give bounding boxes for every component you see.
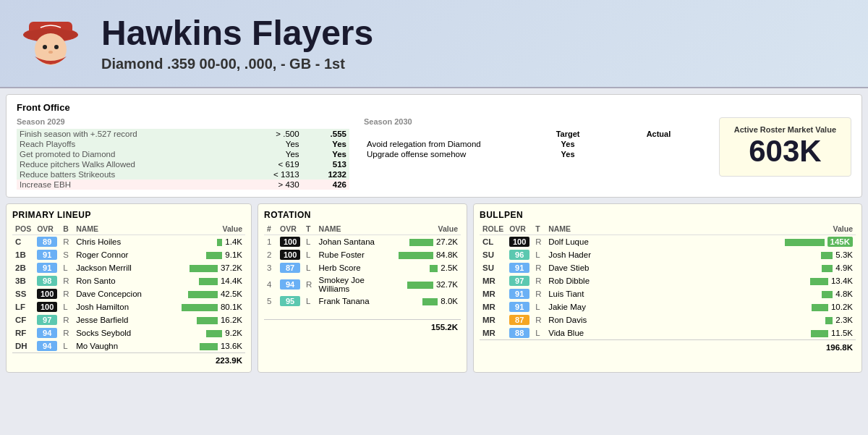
lineup-pos: RF xyxy=(12,326,34,339)
ovr-badge: 91 xyxy=(509,263,529,273)
value-bar xyxy=(822,265,833,272)
rotation-row: 5 95 L Frank Tanana 8.0K xyxy=(264,295,461,308)
team-info: Hawkins Flayers Diamond .359 00-00, .000… xyxy=(101,14,854,72)
rotation-row: 1 100 L Johan Santana 27.2K xyxy=(264,235,461,249)
rotation-row xyxy=(264,308,461,320)
lineup-name: Jesse Barfield xyxy=(73,313,167,326)
fo-goal-actual: Yes xyxy=(305,149,349,159)
lineup-b: R xyxy=(60,274,73,287)
value-bar xyxy=(197,317,218,324)
market-value-box: Active Roster Market Value 603K xyxy=(719,117,851,177)
rot-col-num: # xyxy=(264,223,277,235)
fo-goal-target: > .500 xyxy=(242,129,305,139)
value-bar xyxy=(785,239,825,246)
team-logo xyxy=(14,7,87,80)
rot-col-ovr: OVR xyxy=(277,223,303,235)
value-bar xyxy=(190,265,218,272)
rotation-title: ROTATION xyxy=(264,210,461,220)
ovr-badge: 98 xyxy=(37,276,57,286)
ovr-badge: 100 xyxy=(37,302,57,312)
value-bar xyxy=(409,239,433,246)
lineup-ovr: 94 xyxy=(34,326,60,339)
ovr-badge: 97 xyxy=(37,315,57,325)
lineup-b: L xyxy=(60,339,73,353)
lineup-name: Ron Santo xyxy=(73,274,167,287)
bp-name: Dave Stieb xyxy=(545,261,706,274)
lineup-b: L xyxy=(60,261,73,274)
value-bar xyxy=(206,330,222,337)
lineup-pos: CF xyxy=(12,313,34,326)
lineup-title: PRIMARY LINEUP xyxy=(12,210,245,220)
lineup-b: R xyxy=(60,287,73,300)
rot-ovr: 94 xyxy=(277,274,303,295)
fo-table-2030: Target Actual Avoid relegation from Diam… xyxy=(364,129,705,159)
fo-goal-text: Reduce batters Strikeouts xyxy=(17,169,242,180)
fo-title: Front Office xyxy=(17,102,851,113)
bp-value: 145K xyxy=(706,235,856,249)
lineup-pos: 1B xyxy=(12,248,34,261)
ovr-badge: 87 xyxy=(280,263,300,273)
value-bar xyxy=(812,304,828,311)
value-bar xyxy=(217,239,223,246)
lineup-name: Josh Hamilton xyxy=(73,300,167,313)
bottom-section: PRIMARY LINEUP POS OVR B NAME Value C 89… xyxy=(6,203,862,373)
bp-name: Ron Davis xyxy=(545,313,706,326)
rot-t: L xyxy=(303,295,315,308)
rot-value: 2.5K xyxy=(396,261,461,274)
bp-role: SU xyxy=(480,248,506,261)
bp-value: 10.2K xyxy=(706,300,856,313)
lineup-ovr: 89 xyxy=(34,235,60,249)
lineup-name: Jackson Merrill xyxy=(73,261,167,274)
lineup-b: L xyxy=(60,300,73,313)
lineup-pos: 3B xyxy=(12,274,34,287)
fo-goal-target: Yes xyxy=(242,139,305,149)
bp-role: CL xyxy=(480,235,506,249)
ovr-badge: 91 xyxy=(37,263,57,273)
lineup-ovr: 100 xyxy=(34,287,60,300)
bp-ovr: 91 xyxy=(506,261,532,274)
bp-role: MR xyxy=(480,313,506,326)
bp-t: L xyxy=(532,326,545,340)
lineup-pos: C xyxy=(12,235,34,249)
fo-goal2030-target: Yes xyxy=(523,149,613,159)
ovr-badge: 91 xyxy=(37,250,57,260)
bullpen-row: MR 87 R Ron Davis 2.3K xyxy=(480,313,856,326)
fo-inner: Season 2029 Finish season with +.527 rec… xyxy=(17,117,851,190)
ovr-badge: 100 xyxy=(280,250,300,260)
bullpen-row: CL 100 R Dolf Luque 145K xyxy=(480,235,856,249)
rotation-row: 3 87 L Herb Score 2.5K xyxy=(264,261,461,274)
bp-value: 13.4K xyxy=(706,274,856,287)
ovr-badge: 87 xyxy=(509,315,529,325)
rot-name: Rube Foster xyxy=(316,248,396,261)
fo-goal-actual: Yes xyxy=(305,139,349,149)
fo-goal2030-actual xyxy=(613,139,705,149)
lineup-value: 16.2K xyxy=(167,313,245,326)
season2030-label: Season 2030 xyxy=(364,117,705,126)
rot-name: Herb Score xyxy=(316,261,396,274)
lineup-b: R xyxy=(60,313,73,326)
bullpen-title: BULLPEN xyxy=(480,210,856,220)
lineup-ovr: 94 xyxy=(34,339,60,353)
bp-value: 4.8K xyxy=(706,287,856,300)
fo-right: Season 2030 Target Actual Avoid relegati… xyxy=(364,117,851,190)
value-bar xyxy=(407,282,433,289)
rotation-table: # OVR T NAME Value 1 100 L Johan Santana… xyxy=(264,223,461,333)
lineup-ovr: 100 xyxy=(34,300,60,313)
lineup-row: SS 100 R Dave Concepcion 42.5K xyxy=(12,287,245,300)
bp-ovr: 96 xyxy=(506,248,532,261)
bp-t: R xyxy=(532,261,545,274)
bp-t: R xyxy=(532,274,545,287)
fo-goal-text: Get promoted to Diamond xyxy=(17,149,242,159)
rot-num: 3 xyxy=(264,261,277,274)
rot-num: 2 xyxy=(264,248,277,261)
bullpen-table: ROLE OVR T NAME Value CL 100 R Dolf Luqu… xyxy=(480,223,856,353)
value-bar xyxy=(822,291,833,298)
fo-table-2029: Finish season with +.527 record > .500 .… xyxy=(17,129,349,190)
lineup-pos: DH xyxy=(12,339,34,353)
bp-col-role: ROLE xyxy=(480,223,506,235)
ovr-badge: 91 xyxy=(509,302,529,312)
bp-value: 11.5K xyxy=(706,326,856,340)
lineup-row: LF 100 L Josh Hamilton 80.1K xyxy=(12,300,245,313)
fo-goal-text: Reach Playoffs xyxy=(17,139,242,149)
lineup-ovr: 91 xyxy=(34,261,60,274)
